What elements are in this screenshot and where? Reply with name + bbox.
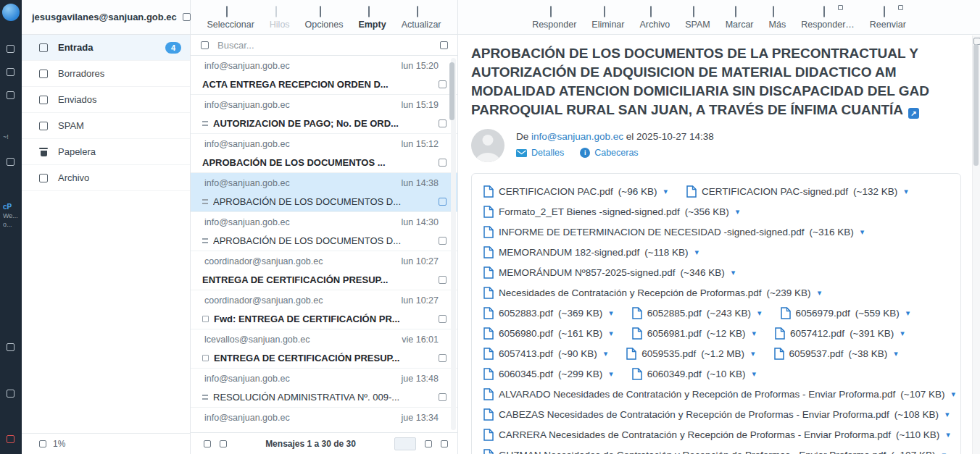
attachment-menu-caret[interactable]: ▾ <box>951 390 955 399</box>
flag-checkbox[interactable] <box>439 80 447 88</box>
reader-toolbar-button[interactable]: Marcar <box>726 5 754 34</box>
list-scrollbar[interactable] <box>451 58 456 430</box>
attachment-item[interactable]: MEMORANDUM 182-signed.pdf (~118 KB) ▾ <box>483 246 699 258</box>
search-input[interactable] <box>217 40 431 51</box>
account-menu-icon[interactable] <box>183 13 191 21</box>
page-input[interactable] <box>394 437 416 450</box>
reader-toolbar-button[interactable]: Eliminar <box>591 5 624 34</box>
attachment-menu-caret[interactable]: ▾ <box>604 349 608 358</box>
reader-toolbar-button[interactable]: SPAM <box>685 5 710 34</box>
attachment-menu-caret[interactable]: ▾ <box>906 308 910 318</box>
folder-item[interactable]: Enviados <box>22 87 190 113</box>
attachment-menu-caret[interactable]: ▾ <box>942 450 946 454</box>
list-toolbar-button[interactable]: Seleccionar <box>207 5 254 34</box>
message-row[interactable]: info@sanjuan.gob.ec lun 14:38 APROBACIÓN… <box>191 173 457 212</box>
attachment-item[interactable]: Formato_2_ET Bienes -signed-signed.pdf (… <box>483 206 739 218</box>
attachment-item[interactable]: Necesidades de Contratación y Recepción … <box>483 287 821 299</box>
flag-checkbox[interactable] <box>439 119 447 127</box>
attachment-menu-caret[interactable]: ▾ <box>609 369 613 379</box>
select-all-icon[interactable] <box>204 440 211 447</box>
attachment-menu-caret[interactable]: ▾ <box>736 207 740 217</box>
folder-item[interactable]: Borradores <box>22 61 190 87</box>
flag-checkbox[interactable] <box>439 393 447 401</box>
reader-toolbar-button[interactable]: Archivo <box>639 5 670 34</box>
attachment-menu-caret[interactable]: ▾ <box>818 288 822 298</box>
message-row[interactable]: info@sanjuan.gob.ec jue 13:48 RESOLUCIÓN… <box>191 369 457 408</box>
attachment-item[interactable]: 6060349.pdf (~10 KB) ▾ <box>632 368 756 380</box>
flag-checkbox[interactable] <box>439 276 447 284</box>
rail-app-icon[interactable] <box>7 158 14 166</box>
flag-checkbox[interactable] <box>439 315 447 323</box>
attachment-menu-caret[interactable]: ▾ <box>904 187 908 196</box>
app-logo-icon[interactable] <box>2 4 20 21</box>
attachment-menu-caret[interactable]: ▾ <box>945 410 950 419</box>
external-link-icon[interactable]: ↗ <box>908 108 919 119</box>
list-toolbar-button[interactable]: Hilos <box>270 5 290 34</box>
list-toolbar-button[interactable]: Actualizar <box>402 5 441 34</box>
attachment-item[interactable]: ALVARADO Necesidades de Contratación y R… <box>483 388 955 400</box>
list-toolbar-button[interactable]: Opciones <box>305 5 344 34</box>
attachment-item[interactable]: 6057412.pdf (~391 KB) ▾ <box>775 327 905 340</box>
attachment-item[interactable]: 6056979.pdf (~559 KB) ▾ <box>781 307 910 319</box>
attachment-item[interactable]: 6052885.pdf (~243 KB) ▾ <box>632 307 762 319</box>
folder-item[interactable]: SPAM <box>22 113 190 139</box>
flag-checkbox[interactable] <box>439 354 447 362</box>
rail-app-icon[interactable] <box>7 45 14 53</box>
folder-item[interactable]: Archivo <box>22 165 190 191</box>
list-toolbar-button[interactable]: Empty <box>358 5 386 34</box>
attachment-menu-caret[interactable]: ▾ <box>609 329 613 338</box>
attachment-item[interactable]: INFORME DE DETERMINACION DE NECESIDAD -s… <box>483 226 864 238</box>
reader-scrollbar-thumb[interactable] <box>973 44 979 166</box>
attachment-menu-caret[interactable]: ▾ <box>752 369 757 379</box>
message-row[interactable]: info@sanjuan.gob.ec lun 15:12 APROBACIÓN… <box>191 134 457 173</box>
list-options-icon[interactable] <box>220 440 227 447</box>
attachment-item[interactable]: CARRERA Necesidades de Contratación y Re… <box>483 429 950 441</box>
rail-app-icon[interactable] <box>7 91 14 99</box>
attachment-menu-caret[interactable]: ▾ <box>900 329 905 338</box>
attachment-menu-caret[interactable]: ▾ <box>609 308 613 318</box>
dropdown-icon[interactable] <box>898 5 903 10</box>
attachment-item[interactable]: 6059535.pdf (~1.2 MB) ▾ <box>626 348 755 360</box>
message-row[interactable]: lcevallos@sanjuan.gob.ec vie 16:01 ENTRE… <box>191 329 457 369</box>
attachment-menu-caret[interactable]: ▾ <box>695 248 699 257</box>
attachment-menu-caret[interactable]: ▾ <box>731 268 736 277</box>
folder-item[interactable]: Entrada 4 <box>22 35 190 61</box>
next-page-icon[interactable] <box>441 440 448 447</box>
rail-app-icon[interactable] <box>7 68 14 76</box>
attachment-item[interactable]: 6059537.pdf (~38 KB) ▾ <box>774 348 898 360</box>
rail-app-icon[interactable] <box>7 390 14 398</box>
headers-button[interactable]: i Cabeceras <box>580 148 638 158</box>
message-row[interactable]: coordinador@sanjuan.gob.ec lun 10:27 Fwd… <box>191 290 457 329</box>
message-row[interactable]: info@sanjuan.gob.ec lun 15:20 ACTA ENTRE… <box>191 56 457 95</box>
attachment-menu-caret[interactable]: ▾ <box>894 349 898 358</box>
search-icon[interactable] <box>201 41 209 49</box>
attachment-menu-caret[interactable]: ▾ <box>663 187 668 196</box>
attachment-item[interactable]: MEMORÁNDUM Nº857-2025-signed.pdf (~346 K… <box>483 266 735 279</box>
message-row[interactable]: coordinador@sanjuan.gob.ec lun 10:27 ENT… <box>191 251 457 290</box>
list-scrollbar-thumb[interactable] <box>449 62 454 120</box>
attachment-menu-caret[interactable]: ▾ <box>751 349 755 358</box>
reader-toolbar-button[interactable]: Reenviar <box>870 5 906 34</box>
message-row[interactable]: info@sanjuan.gob.ec jue 13:34 <box>191 408 457 432</box>
attachment-menu-caret[interactable]: ▾ <box>757 308 762 318</box>
prev-page-icon[interactable] <box>425 440 432 447</box>
account-header[interactable]: jesusgavilanes@sanjuan.gob.ec <box>22 0 190 35</box>
attachment-menu-caret[interactable]: ▾ <box>752 329 757 338</box>
attachment-item[interactable]: CABEZAS Necesidades de Contratación y Re… <box>483 408 949 421</box>
attachment-menu-caret[interactable]: ▾ <box>860 227 865 237</box>
attachment-item[interactable]: CERTIFICACION PAC-signed.pdf (~132 KB) ▾ <box>686 185 908 198</box>
sender-email-link[interactable]: info@sanjuan.gob.ec <box>531 131 623 142</box>
flag-checkbox[interactable] <box>439 159 447 167</box>
attachment-menu-caret[interactable]: ▾ <box>946 430 950 440</box>
message-row[interactable]: info@sanjuan.gob.ec lun 15:19 AUTORIZACI… <box>191 95 457 134</box>
logout-icon[interactable] <box>7 435 14 443</box>
attachment-item[interactable]: 6056980.pdf (~161 KB) ▾ <box>483 327 613 340</box>
rail-app-icon[interactable] <box>7 343 14 351</box>
search-options-icon[interactable] <box>440 41 448 49</box>
attachment-item[interactable]: 6056981.pdf (~12 KB) ▾ <box>632 327 756 340</box>
attachment-item[interactable]: CERTIFICACION PAC.pdf (~96 KB) ▾ <box>483 185 668 198</box>
attachment-item[interactable]: 6057413.pdf (~90 KB) ▾ <box>483 348 607 360</box>
reader-scrollbar[interactable] <box>972 35 980 454</box>
attachment-item[interactable]: GUZMAN Necesidades de Contratación y Rec… <box>483 449 946 454</box>
message-row[interactable]: info@sanjuan.gob.ec lun 14:30 APROBACIÓN… <box>191 212 457 251</box>
